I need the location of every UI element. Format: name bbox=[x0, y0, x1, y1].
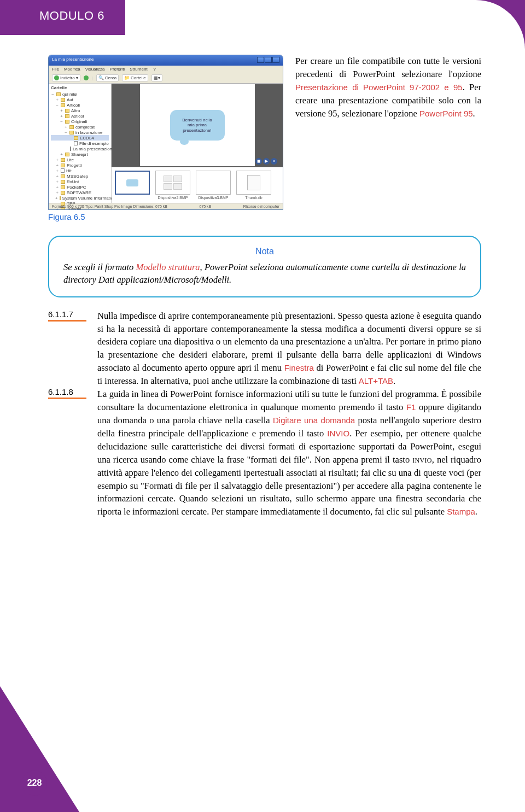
screenshot: La mia presentazione FileModificaVisuali… bbox=[48, 55, 283, 221]
margin-column: 6.1.1.7 6.1.1.8 bbox=[48, 309, 86, 519]
smallcaps-text: invio bbox=[412, 454, 432, 465]
thumbnails: Dispositiva2.BMPDispositiva3.BMPThumb.db bbox=[112, 167, 283, 203]
highlight-text: Digitare una domanda bbox=[273, 416, 355, 425]
tree-item[interactable]: +completati bbox=[51, 124, 109, 130]
titlebar: La mia presentazione bbox=[49, 55, 283, 66]
status-mid: 675 kB bbox=[199, 205, 211, 208]
highlight-text: INVIO bbox=[327, 429, 349, 438]
tree-item[interactable]: +Aut bbox=[51, 97, 109, 102]
tree-item[interactable]: +Shareprt bbox=[51, 151, 109, 157]
tree-item[interactable]: La mia presentazione bbox=[51, 146, 109, 151]
speech-bubble: Benvenuti nella mia prima presentazione! bbox=[170, 110, 225, 141]
note-text: Se scegli il formato Modello struttura, … bbox=[63, 261, 466, 286]
search-button[interactable]: 🔍 Cerca bbox=[96, 74, 119, 81]
menu-item[interactable]: Modifica bbox=[64, 67, 80, 72]
note-box: Nota Se scegli il formato Modello strutt… bbox=[48, 236, 481, 297]
preview-pane: Benvenuti nella mia prima presentazione!… bbox=[112, 84, 283, 167]
tree-item[interactable]: −Articoli bbox=[51, 102, 109, 108]
menu-item[interactable]: Visualizza bbox=[85, 67, 105, 72]
highlight-text: Presentazione di PowerPoint 97-2002 e 95 bbox=[295, 83, 463, 92]
menubar: FileModificaVisualizzaPreferitiStrumenti… bbox=[49, 66, 283, 73]
thumbnail[interactable] bbox=[115, 171, 150, 200]
slide: Benvenuti nella mia prima presentazione! bbox=[140, 84, 255, 166]
window: La mia presentazione FileModificaVisuali… bbox=[48, 55, 283, 210]
tree-item[interactable]: +RxUnt bbox=[51, 179, 109, 184]
tree-item[interactable]: −in lavorazione bbox=[51, 130, 109, 135]
thumbnail[interactable]: Dispositiva3.BMP bbox=[196, 171, 231, 200]
back-button[interactable]: Indietro ▾ bbox=[52, 74, 80, 81]
folder-tree: Cartelle −qui miei+Aut−Articoli+Altro+As… bbox=[49, 84, 112, 203]
thumbnail[interactable]: Dispositiva2.BMP bbox=[155, 171, 190, 200]
figure-label: Figura 6.5 bbox=[48, 212, 283, 221]
forward-icon[interactable] bbox=[84, 75, 89, 80]
section-number: 6.1.1.7 bbox=[48, 309, 86, 322]
highlight-text: ALT+TAB bbox=[359, 376, 393, 385]
page: MODULO 6 La mia presentazione FileModifi… bbox=[0, 0, 525, 812]
status-left: Formato 960 x 720 Tipo: Paint Shop Pro I… bbox=[52, 205, 167, 208]
menu-item[interactable]: ? bbox=[153, 67, 155, 72]
tree-item[interactable]: +Lite bbox=[51, 157, 109, 162]
highlight-text: Stampa bbox=[447, 507, 475, 516]
highlight-text: F1 bbox=[406, 402, 416, 412]
toolbar: Indietro ▾ | 🔍 Cerca 📁 Cartelle ▦▾ bbox=[49, 73, 283, 84]
preview-controls: ◼ ▶ » bbox=[255, 158, 277, 165]
tree-item[interactable]: +MSSGatep bbox=[51, 173, 109, 179]
menu-item[interactable]: File bbox=[52, 67, 59, 72]
views-button[interactable]: ▦▾ bbox=[151, 74, 162, 81]
section-row: 6.1.1.7 6.1.1.8 Nulla impedisce di aprir… bbox=[48, 309, 481, 519]
tree-item[interactable]: ECDL4 bbox=[51, 135, 109, 141]
tree-item[interactable]: +SOFTWARE bbox=[51, 190, 109, 195]
body-column: Nulla impedisce di aprire contemporaneam… bbox=[97, 309, 481, 519]
window-title: La mia presentazione bbox=[52, 57, 94, 64]
tree-item[interactable]: +PocketPC bbox=[51, 184, 109, 190]
tree-item[interactable]: File di esempio bbox=[51, 141, 109, 146]
next-icon[interactable]: » bbox=[271, 158, 277, 165]
status-right: Risorse del computer bbox=[243, 205, 279, 208]
tree-item[interactable]: −qui miei bbox=[51, 91, 109, 97]
play-icon[interactable]: ▶ bbox=[263, 158, 270, 165]
section-number: 6.1.1.8 bbox=[48, 387, 86, 399]
main-area: Benvenuti nella mia prima presentazione!… bbox=[112, 84, 283, 203]
note-title: Nota bbox=[63, 246, 466, 258]
window-controls bbox=[256, 57, 279, 64]
tree-item[interactable]: +Asticol bbox=[51, 113, 109, 119]
highlight-text: Modello struttura bbox=[136, 262, 200, 272]
stop-icon[interactable]: ◼ bbox=[255, 158, 262, 165]
tree-item[interactable]: +Hit bbox=[51, 168, 109, 173]
tree-item[interactable]: +System Volume Information bbox=[51, 195, 109, 201]
page-number: 228 bbox=[22, 770, 47, 796]
tree-item[interactable]: +Progetti bbox=[51, 162, 109, 168]
tree-item[interactable]: −Originali bbox=[51, 119, 109, 124]
tree-item[interactable]: +Altro bbox=[51, 108, 109, 113]
explorer-body: Cartelle −qui miei+Aut−Articoli+Altro+As… bbox=[49, 84, 283, 203]
highlight-text: PowerPoint 95 bbox=[419, 109, 473, 118]
sidebar-title: Cartelle bbox=[51, 85, 109, 90]
folders-button[interactable]: 📁 Cartelle bbox=[122, 74, 148, 81]
menu-item[interactable]: Preferiti bbox=[110, 67, 125, 72]
thumbnail[interactable]: Thumb.db bbox=[236, 171, 271, 200]
highlight-text: Finestra bbox=[284, 363, 314, 372]
content-area: La mia presentazione FileModificaVisuali… bbox=[0, 0, 525, 518]
side-paragraph: Per creare un file compatibile con tutte… bbox=[295, 55, 481, 120]
top-row: La mia presentazione FileModificaVisuali… bbox=[48, 55, 481, 221]
menu-item[interactable]: Strumenti bbox=[130, 67, 148, 72]
